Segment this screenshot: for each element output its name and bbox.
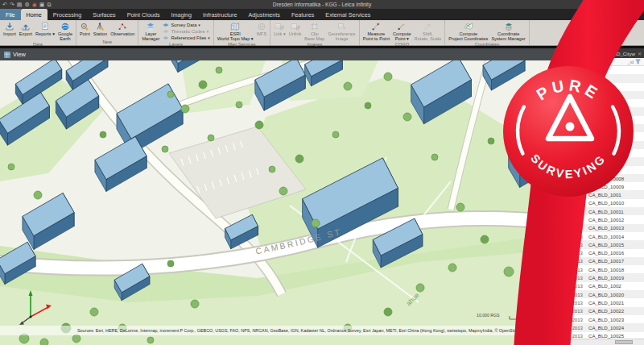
table-row[interactable]: 2013CA_BLD_10013 xyxy=(556,224,644,232)
group-caption-map-services: Map Services xyxy=(216,42,268,48)
tab-surfaces[interactable]: Surfaces xyxy=(87,9,121,20)
cell-year: 2013 xyxy=(556,325,588,330)
menu-item-referenced-files[interactable]: Referenced Files▾ xyxy=(163,35,209,40)
ribbon-group-new: PointStationObservationNew xyxy=(76,20,138,45)
table-row-hidden[interactable] xyxy=(556,166,644,174)
table-row[interactable]: 2013CA_BLD_1002 xyxy=(556,282,644,290)
button-shift-rotate-scale[interactable]: Shift, Rotate, Scale xyxy=(413,20,444,42)
table-row-hidden[interactable] xyxy=(556,141,644,149)
tab-features[interactable]: Features xyxy=(286,9,320,20)
tab-imaging[interactable]: Imaging xyxy=(165,9,197,20)
button-compute-project-coordinates[interactable]: Compute Project Coordinates xyxy=(447,20,489,42)
menu-item-survey-data[interactable]: Survey Data▾ xyxy=(163,23,209,27)
button-point[interactable]: Point xyxy=(78,20,92,36)
table-row-hidden[interactable] xyxy=(556,116,644,124)
button-link[interactable]: Link ▾ xyxy=(272,20,287,36)
button-wfs[interactable]: WFS xyxy=(255,20,268,36)
cell-building-id: CA_BLD_1001 xyxy=(588,192,621,197)
filter-funnel-icon[interactable] xyxy=(635,59,641,64)
window-icon[interactable]: ⧉ xyxy=(47,0,51,9)
table-row-hidden[interactable] xyxy=(556,124,644,132)
table-row[interactable]: 2013CA_BLD_10025 xyxy=(556,332,644,339)
unlink-icon xyxy=(291,21,300,31)
button-google-earth[interactable]: Google Earth xyxy=(56,20,74,42)
table-row[interactable]: 2013CA_BLD_10015 xyxy=(556,240,644,248)
button-layer-manager[interactable]: Layer Manager xyxy=(140,20,161,42)
tab-home[interactable]: Home xyxy=(21,9,47,20)
button-coordinate-system-manager[interactable]: Coordinate System Manager xyxy=(489,20,526,42)
table-row[interactable]: 2013CA_BLD_10012 xyxy=(556,215,644,223)
table-row[interactable]: 2013CA_BLD_10017 xyxy=(556,257,644,265)
cell-building-id: CA_BLD_10012 xyxy=(588,217,624,222)
cell-building-id: CA_BLD_10009 xyxy=(588,184,624,189)
tab-adjustments[interactable]: Adjustments xyxy=(242,9,286,20)
group-caption-coordinates: Coordinates xyxy=(447,42,526,48)
button-compute-point[interactable]: Compute Point ▾ xyxy=(391,20,413,42)
table-row[interactable]: 2013CA_BLD_10019 xyxy=(556,273,644,281)
table-row[interactable]: 2013CA_BLD_10010 xyxy=(556,199,644,207)
table-row[interactable]: 2013CA_BLD_10022 xyxy=(556,307,644,315)
table-row-hidden[interactable] xyxy=(556,74,644,82)
table-row[interactable]: 2013CA_BLD_10020 xyxy=(556,290,644,298)
save-icon[interactable]: ▣ xyxy=(39,0,45,9)
button-import[interactable]: Import xyxy=(2,20,18,36)
clip-base-map-icon xyxy=(310,21,320,31)
cell-year: 2013 xyxy=(556,234,588,239)
record-icon[interactable]: ◉ xyxy=(32,0,37,9)
table-row-hidden[interactable] xyxy=(556,91,644,99)
menu-item-thematic-codes[interactable]: Thematic Codes▾ xyxy=(163,29,209,34)
panel-scrollbar[interactable] xyxy=(556,339,644,345)
tab-external-services[interactable]: External Services xyxy=(320,9,376,20)
button-measure-point-to-point[interactable]: Measure Point to Point xyxy=(361,20,391,42)
button-clip-base-map[interactable]: Clip Base Map xyxy=(303,20,326,42)
button-label: Station xyxy=(93,31,107,36)
button-station[interactable]: Station xyxy=(92,20,109,36)
button-esri-world-topo-map[interactable]: ESRI World Topo Map ▾ xyxy=(216,20,255,42)
table-row[interactable]: 2013CA_BLD_10021 xyxy=(556,298,644,306)
table-row[interactable]: 2013CA_BLD_10016 xyxy=(556,249,644,257)
button-label: Google Earth xyxy=(58,31,72,42)
filter-column-label: _id xyxy=(628,60,634,64)
table-row[interactable]: 2013CA_BLD_10024 xyxy=(556,323,644,331)
scrollbar-thumb[interactable] xyxy=(615,340,633,344)
cell-building-id: CA_BLD_10024 xyxy=(588,325,624,330)
table-row[interactable]: 2013CA_BLD_10009 xyxy=(556,182,644,190)
table-row-hidden[interactable] xyxy=(556,132,644,140)
table-row[interactable]: 2013CA_BLD_10011 xyxy=(556,207,644,215)
table-row-hidden[interactable] xyxy=(556,83,644,91)
table-row-hidden[interactable] xyxy=(556,149,644,157)
close-icon[interactable]: ✕ xyxy=(638,51,642,56)
table-row[interactable]: 2013CA_BLD_10008 xyxy=(556,174,644,182)
table-row-hidden[interactable] xyxy=(556,157,644,165)
tab-processing[interactable]: Processing xyxy=(47,9,88,20)
thematic-codes-icon xyxy=(163,29,169,34)
new-document-icon[interactable]: ▤ xyxy=(17,0,23,9)
tab-point-clouds[interactable]: Point Clouds xyxy=(122,9,166,20)
cell-building-id: CA_BLD_10013 xyxy=(588,225,624,231)
cell-year: 2013 xyxy=(556,300,588,306)
cell-building-id: CA_BLD_10018 xyxy=(588,267,624,272)
button-georeference-image[interactable]: Georeference Image xyxy=(326,20,357,42)
chevron-down-icon: ▾ xyxy=(207,29,209,34)
table-row[interactable]: 2013CA_BLD_10018 xyxy=(556,265,644,273)
map-3d-viewport[interactable]: CAMBRIDGE ST ahue 10,000 RGS 2,000 RGS xyxy=(0,60,555,345)
tab-infrastructure[interactable]: Infrastructure xyxy=(197,9,242,20)
table-row[interactable]: 2013CA_BLD_1001 xyxy=(556,190,644,198)
ribbon-group-images: Link ▾UnlinkClip Base MapGeoreference Im… xyxy=(270,20,360,45)
table-row-hidden[interactable] xyxy=(556,99,644,107)
table-row-hidden[interactable] xyxy=(556,107,644,115)
tab-file[interactable]: File xyxy=(0,9,21,20)
button-unlink[interactable]: Unlink xyxy=(287,20,303,36)
view-tab-label[interactable]: View xyxy=(13,51,26,58)
cell-year: 2013 xyxy=(556,176,588,181)
settings-icon[interactable]: ⚙ xyxy=(24,0,29,9)
undo-icon[interactable]: ↶ xyxy=(2,0,7,9)
redo-icon[interactable]: ↷ xyxy=(10,0,14,9)
table-row-hidden[interactable] xyxy=(556,66,644,74)
button-observation[interactable]: Observation xyxy=(109,20,136,36)
cell-year: 2013 xyxy=(556,192,588,197)
table-row[interactable]: 2013CA_BLD_10023 xyxy=(556,315,644,323)
button-export[interactable]: Export xyxy=(18,20,34,36)
table-row[interactable]: 2013CA_BLD_10014 xyxy=(556,232,644,240)
button-reports[interactable]: Reports ▾ xyxy=(34,20,56,36)
